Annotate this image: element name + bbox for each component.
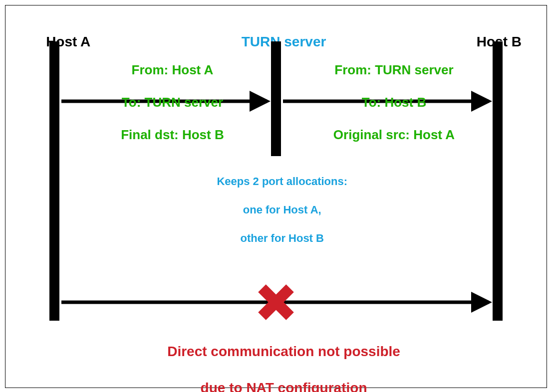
bottom-note-line1: Direct communication not possible [167,344,400,359]
turn-note-line3: other for Host B [241,232,324,244]
direct-not-possible-note: Direct communication not possible due to… [5,325,547,392]
turn-note-line1: Keeps 2 port allocations: [217,175,347,188]
msg-right-line2: To: Host B [362,95,427,110]
svg-line-2 [262,288,290,316]
turn-note-line2: one for Host A, [243,203,321,216]
diagram-frame: Host A TURN server Host B From: Host A T… [5,5,547,388]
msg-right-line3: Original src: Host A [333,127,455,142]
turn-allocations-note: Keeps 2 port allocations: one for Host A… [5,160,547,260]
cross-icon [262,288,290,316]
message-turn-to-b: From: TURN server To: Host B Original sr… [281,45,493,159]
turn-lifeline [271,41,281,156]
message-a-to-turn: From: Host A To: TURN server Final dst: … [59,45,271,159]
msg-right-line1: From: TURN server [334,62,453,77]
msg-left-line1: From: Host A [132,62,214,77]
msg-left-line3: Final dst: Host B [121,127,224,142]
msg-left-line2: To: TURN server [122,95,223,110]
bottom-note-line2: due to NAT configuration [201,380,367,392]
svg-line-1 [262,288,290,316]
